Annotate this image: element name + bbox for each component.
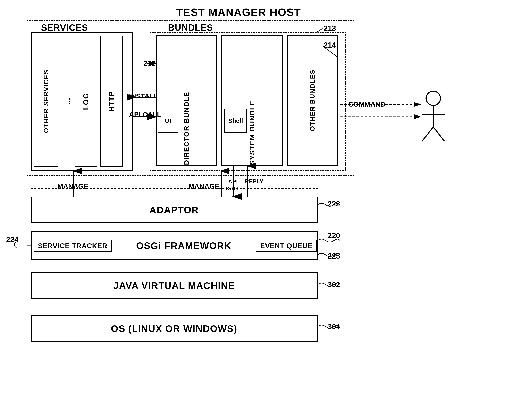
ui-text: UI <box>165 117 171 124</box>
bundles-label: BUNDLES <box>168 22 213 33</box>
ellipsis-text: ... <box>63 98 72 105</box>
manage-left-label: MANAGE <box>57 182 88 190</box>
http-text: HTTP <box>107 91 116 112</box>
os-box: OS (LINUX OR WINDOWS) <box>31 315 318 342</box>
http-box: HTTP <box>100 36 123 167</box>
shell-box: Shell <box>224 109 247 133</box>
jvm-box: JAVA VIRTUAL MACHINE <box>31 272 318 299</box>
other-bundles-text: OTHER BUNDLES <box>309 69 316 131</box>
command-label: COMMAND <box>348 100 385 108</box>
event-queue-box: EVENT QUEUE <box>256 240 317 252</box>
service-tracker-box: SERVICE TRACKER <box>34 240 112 252</box>
services-label: SERVICES <box>41 22 88 33</box>
jvm-text: JAVA VIRTUAL MACHINE <box>114 280 235 291</box>
os-text: OS (LINUX OR WINDOWS) <box>111 323 238 334</box>
install-label: INSTALL <box>129 92 158 100</box>
other-bundles-box: OTHER BUNDLES <box>287 35 338 166</box>
label-212: 212 <box>143 59 156 68</box>
svg-line-3 <box>422 127 433 141</box>
label-222: 222 <box>328 200 340 208</box>
service-tracker-text: SERVICE TRACKER <box>38 242 107 250</box>
system-bundle-text: SYSTEM BUNDLE <box>248 40 256 165</box>
shell-text: Shell <box>228 117 243 124</box>
adaptor-text: ADAPTOR <box>150 204 199 216</box>
label-213: 213 <box>324 24 336 33</box>
event-queue-text: EVENT QUEUE <box>260 242 312 250</box>
label-304: 304 <box>328 322 340 331</box>
label-225: 225 <box>328 252 340 261</box>
person-figure <box>420 90 446 144</box>
director-bundle-text: DIRECTOR BUNDLE <box>182 40 190 165</box>
other-services-text: OTHER SERVICES <box>42 70 50 133</box>
osgi-outer-box: SERVICE TRACKER OSGi FRAMEWORK EVENT QUE… <box>31 231 318 260</box>
reply-label: REPLY <box>245 178 263 185</box>
page-title: TEST MANAGER HOST <box>176 6 301 19</box>
ellipsis-box: ... <box>62 36 73 167</box>
log-box: LOG <box>75 36 97 167</box>
osgi-framework-text: OSGi FRAMEWORK <box>116 240 252 251</box>
diagram-container: TEST MANAGER HOST SERVICES BUNDLES OTHER… <box>0 0 532 413</box>
adaptor-box: ADAPTOR <box>31 197 318 223</box>
apicall-v-label: API CALL <box>225 178 241 192</box>
other-services-box: OTHER SERVICES <box>34 36 58 167</box>
log-text: LOG <box>82 93 90 110</box>
svg-line-4 <box>433 127 445 141</box>
label-220: 220 <box>328 231 340 240</box>
system-bundle-box: SYSTEM BUNDLE <box>221 35 283 166</box>
apicall-label: API CALL <box>129 111 161 119</box>
svg-point-0 <box>426 91 440 105</box>
manage-right-label: MANAGE <box>189 182 219 190</box>
director-bundle-box: DIRECTOR BUNDLE <box>156 35 217 166</box>
label-224: 224 <box>6 235 19 244</box>
label-302: 302 <box>328 281 340 289</box>
